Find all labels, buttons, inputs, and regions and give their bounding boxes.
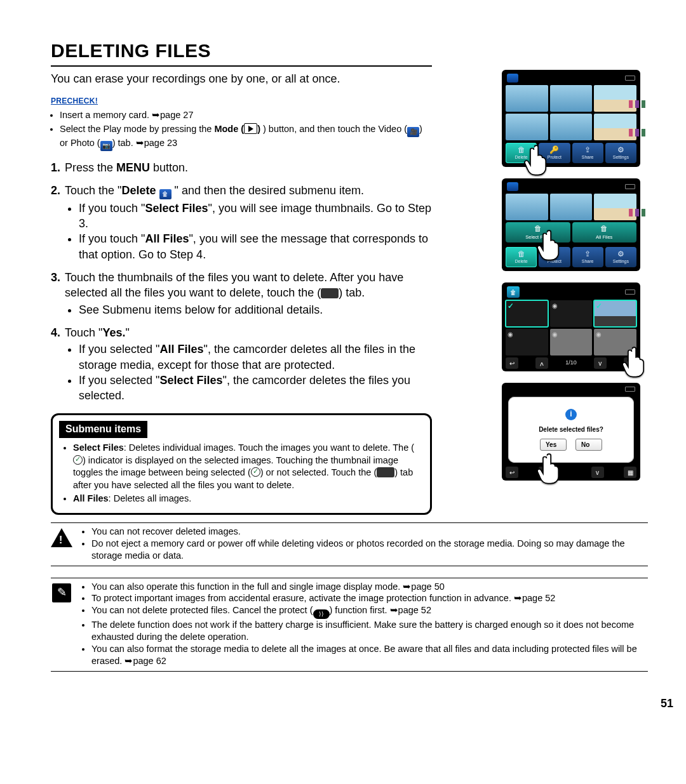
protect-button[interactable]: 🔑Protect (539, 247, 570, 267)
battery-icon (625, 289, 635, 295)
thumbnail[interactable] (594, 329, 636, 355)
txt: Yes. (102, 326, 125, 339)
step: 4. Touch "Yes." If you selected "All Fil… (51, 325, 432, 403)
rule (51, 522, 648, 523)
thumbnail[interactable] (550, 329, 593, 355)
no-button[interactable]: No (575, 439, 602, 451)
delete-button[interactable]: 🗑Delete (506, 143, 537, 163)
thumbnail[interactable] (506, 194, 548, 220)
all-files-button[interactable]: 🗑All Files (572, 222, 637, 243)
share-button[interactable]: ⇪Share (572, 143, 603, 163)
thumbnail[interactable] (594, 194, 636, 220)
mode-play-icon (244, 123, 257, 134)
down-button[interactable]: v (591, 467, 604, 478)
step-num: 2. (51, 183, 60, 198)
precheck-label: PRECHECK! (51, 96, 98, 107)
txt: All Files (159, 343, 203, 355)
warning-row: You can not recover deleted images. Do n… (51, 526, 648, 562)
txt: Select Files (159, 374, 222, 387)
settings-button[interactable]: ⚙Settings (605, 247, 636, 267)
step: 1. Press the MENU button. (51, 160, 432, 175)
trash-icon: 🗑 (518, 146, 525, 154)
delete-button[interactable]: 🗑Delete (506, 247, 537, 267)
back-button[interactable]: ↩ (506, 357, 518, 369)
settings-button[interactable]: ⚙Settings (605, 143, 636, 163)
check-indicator-icon (73, 455, 83, 465)
thumbnail[interactable] (550, 85, 593, 112)
precheck-list: Insert a memory card. ➥page 27 Select th… (51, 109, 432, 151)
thumbnail[interactable] (594, 85, 636, 112)
txt: Mode ( (214, 124, 244, 134)
confirm-tab-icon (377, 467, 394, 477)
protect-button[interactable]: 🔑Protect (539, 143, 570, 163)
device-screen-4: i Delete selected files? Yes No ↩ ʌ v ▦ (502, 383, 640, 481)
rule (51, 578, 648, 578)
camera-icon (507, 74, 518, 83)
device-screen-2: 🗑Select Files 🗑All Files 🗑Delete 🔑Protec… (502, 178, 640, 271)
video-tab-icon: 🎥 (407, 127, 419, 137)
txt: ) (257, 124, 260, 134)
pager-text: 1/10 (565, 359, 577, 367)
thumbnail[interactable] (550, 300, 593, 327)
txt: You can not delete protected files. Canc… (91, 605, 313, 615)
precheck-item: Select the Play mode by pressing the Mod… (60, 123, 432, 151)
step-num: 1. (51, 160, 60, 175)
txt: " and then the desired submenu item. (175, 184, 365, 197)
thumbnail[interactable] (506, 114, 548, 140)
confirm-button[interactable]: ▦ (624, 467, 636, 478)
select-files-button[interactable]: 🗑Select Files (506, 222, 570, 243)
txt: Select Files (73, 442, 124, 453)
trash-icon: 🗑 (534, 224, 542, 234)
label: Delete (515, 154, 528, 160)
label: Share (582, 154, 594, 160)
steps-list: 1. Press the MENU button. 2. Touch the "… (51, 160, 432, 404)
txt: Touch " (65, 326, 102, 339)
battery-icon (625, 387, 635, 392)
thumbnail[interactable] (550, 194, 593, 220)
label: Delete (515, 258, 528, 264)
label: Protect (548, 154, 562, 160)
camera-icon (507, 182, 518, 191)
txt: : Deletes individual images. Touch the i… (124, 442, 414, 453)
thumbnail[interactable] (506, 85, 548, 112)
down-button[interactable]: v (594, 357, 607, 369)
txt: button. (150, 161, 188, 174)
warning-item: Do not eject a memory card or power off … (91, 538, 648, 562)
up-button[interactable]: ʌ (535, 357, 548, 369)
yes-button[interactable]: Yes (540, 439, 567, 451)
notes-text: You can also operate this function in th… (81, 581, 648, 667)
label: Select Files (525, 234, 550, 241)
txt: " (125, 326, 129, 339)
substep: See Submenu items below for additional d… (79, 302, 432, 317)
submenu-item: All Files: Deletes all images. (73, 493, 422, 505)
precheck-item: Insert a memory card. ➥page 27 (60, 109, 432, 122)
txt: Touch the " (65, 184, 121, 197)
confirm-button[interactable]: ▦ (624, 357, 636, 369)
txt: ) function first. ➥page 52 (330, 605, 432, 615)
dialog-text: Delete selected files? (539, 425, 603, 434)
thumbnail[interactable] (594, 114, 636, 140)
txt: If you touch " (79, 202, 145, 215)
up-button[interactable]: ʌ (539, 467, 551, 478)
txt: Select Files (145, 202, 208, 215)
battery-icon (625, 76, 635, 81)
thumbnail-selected[interactable] (594, 300, 636, 327)
share-icon: ⇪ (584, 146, 591, 154)
share-button[interactable]: ⇪Share (572, 247, 603, 267)
back-button[interactable]: ↩ (506, 467, 518, 478)
warning-icon (51, 527, 72, 548)
note-item: You can also operate this function in th… (91, 581, 648, 593)
txt: Press the (65, 161, 116, 174)
confirm-dialog: i Delete selected files? Yes No (508, 397, 634, 463)
thumbnail[interactable] (506, 329, 548, 355)
trash-icon[interactable]: 🗑 (507, 286, 520, 298)
txt: All Files (145, 232, 189, 245)
label: All Files (596, 234, 612, 241)
warning-item: You can not recover deleted images. (91, 526, 648, 538)
step: 3. Touch the thumbnails of the files you… (51, 270, 432, 317)
gear-icon: ⚙ (617, 250, 624, 258)
thumbnail[interactable] (550, 114, 593, 140)
gear-icon: ⚙ (617, 146, 624, 154)
trash-icon: 🗑 (600, 224, 608, 234)
thumbnail-selected[interactable] (506, 300, 548, 327)
